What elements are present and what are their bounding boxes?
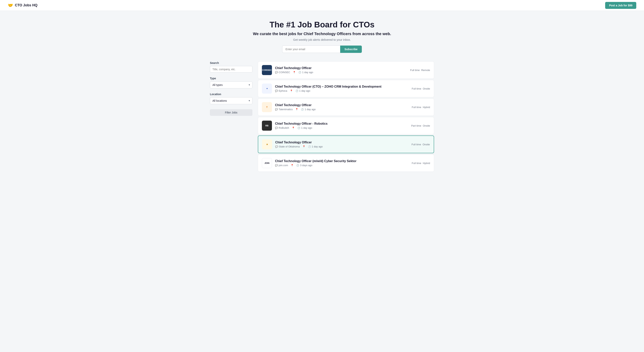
work-mode-badge: Onsite bbox=[422, 143, 430, 146]
job-type-badge: Part time bbox=[411, 124, 421, 127]
job-badges: Full time Onsite bbox=[412, 87, 430, 90]
time-meta: 🕐 1 day ago bbox=[301, 108, 316, 111]
job-meta: 💬 Ephoca 📍 🕐 1 day ago bbox=[275, 89, 408, 92]
email-input[interactable] bbox=[282, 45, 340, 53]
type-select[interactable]: All types Full time Part time Contract I… bbox=[210, 81, 252, 88]
building-icon: 💬 bbox=[275, 145, 278, 148]
job-badges: Full time Hybrid bbox=[412, 162, 430, 165]
job-title: Chief Technology Officer - Robotics bbox=[275, 122, 408, 125]
search-label: Search bbox=[210, 61, 252, 64]
job-type-badge: Full time bbox=[412, 106, 421, 109]
hero-section: The #1 Job Board for CTOs We curate the … bbox=[0, 11, 644, 60]
type-select-wrapper: All types Full time Part time Contract I… bbox=[210, 81, 252, 88]
location-icon: 📍 bbox=[291, 164, 294, 167]
job-card[interactable]: ✦ Chief Technology Officer (CTO) – ZOHO … bbox=[258, 80, 434, 97]
work-mode-badge: Hybrid bbox=[423, 106, 430, 109]
building-icon: 💬 bbox=[275, 71, 278, 74]
work-mode-badge: Remote bbox=[421, 69, 430, 72]
sidebar: Search Type All types Full time Part tim… bbox=[210, 60, 252, 172]
clock-icon: 🕐 bbox=[298, 127, 300, 129]
job-title: Chief Technology Officer (CTO) – ZOHO CR… bbox=[275, 85, 408, 88]
location-meta: 📍 bbox=[302, 145, 306, 148]
job-meta: 💬 COINSEC 📍 🕐 1 day ago bbox=[275, 71, 407, 74]
company-name: 💬 State of Oklahoma bbox=[275, 145, 300, 148]
job-meta: 💬 State of Oklahoma 📍 🕐 1 day ago bbox=[275, 145, 408, 148]
type-section: Type All types Full time Part time Contr… bbox=[210, 77, 252, 88]
job-type-badge: Full time bbox=[412, 162, 421, 165]
location-icon: 📍 bbox=[292, 127, 295, 129]
hero-description: Get weekly job alerts delivered to your … bbox=[4, 38, 640, 41]
job-title: Chief Technology Officer bbox=[275, 103, 408, 107]
job-card[interactable]: RB Chief Technology Officer - Robotics 💬… bbox=[258, 117, 434, 134]
building-icon: 💬 bbox=[275, 164, 278, 167]
company-logo: T bbox=[262, 102, 272, 112]
job-badges: Full time Onsite bbox=[412, 143, 430, 146]
location-meta: 📍 bbox=[295, 108, 298, 111]
building-icon: 💬 bbox=[275, 108, 278, 111]
subscribe-button[interactable]: Subscribe bbox=[340, 45, 362, 53]
company-logo: COINSEC bbox=[262, 65, 272, 75]
location-icon: 📍 bbox=[290, 90, 293, 92]
time-meta: 🕐 1 day ago bbox=[296, 89, 310, 92]
job-meta: 💬 Talentmatics 📍 🕐 1 day ago bbox=[275, 108, 408, 111]
type-label: Type bbox=[210, 77, 252, 80]
job-badges: Part time Onsite bbox=[411, 124, 430, 127]
location-meta: 📍 bbox=[290, 90, 293, 92]
location-section: Location All locations Remote Onsite Hyb… bbox=[210, 93, 252, 104]
subscribe-row: Subscribe bbox=[4, 45, 640, 53]
company-name: 💬 COINSEC bbox=[275, 71, 290, 74]
work-mode-badge: Onsite bbox=[423, 124, 430, 127]
building-icon: 💬 bbox=[275, 90, 278, 92]
navbar: 🤝 CTO Jobs HQ Post a Job for $99 bbox=[0, 0, 644, 11]
job-meta: 💬 RoBuildX 📍 🕐 1 day ago bbox=[275, 126, 408, 129]
job-meta: 💬 join.com 📍 🕐 3 days ago bbox=[275, 164, 408, 167]
clock-icon: 🕐 bbox=[296, 90, 298, 92]
company-logo: ✦ bbox=[262, 84, 272, 94]
location-meta: 📍 bbox=[293, 71, 296, 74]
location-label: Location bbox=[210, 93, 252, 96]
logo-text: CTO Jobs HQ bbox=[15, 3, 38, 7]
work-mode-badge: Hybrid bbox=[423, 162, 430, 165]
company-name: 💬 RoBuildX bbox=[275, 126, 289, 129]
company-name: 💬 join.com bbox=[275, 164, 288, 167]
location-meta: 📍 bbox=[291, 164, 294, 167]
job-badges: Full time Remote bbox=[410, 69, 430, 72]
main-layout: Search Type All types Full time Part tim… bbox=[206, 60, 438, 183]
job-title: Chief Technology Officer bbox=[275, 141, 408, 144]
job-title: Chief Technology Officer bbox=[275, 66, 407, 70]
hero-heading: The #1 Job Board for CTOs bbox=[4, 20, 640, 29]
location-icon: 📍 bbox=[302, 145, 306, 148]
location-select-wrapper: All locations Remote Onsite Hybrid ▼ bbox=[210, 97, 252, 104]
clock-icon: 🕐 bbox=[298, 71, 301, 74]
company-logo: ★ bbox=[262, 139, 272, 149]
job-card[interactable]: COINSEC Chief Technology Officer 💬 COINS… bbox=[258, 61, 434, 79]
post-job-button[interactable]: Post a Job for $99 bbox=[605, 2, 636, 9]
search-section: Search bbox=[210, 61, 252, 73]
logo: 🤝 CTO Jobs HQ bbox=[8, 3, 38, 8]
job-card[interactable]: T Chief Technology Officer 💬 Talentmatic… bbox=[258, 98, 434, 116]
hero-subheading: We curate the best jobs for Chief Techno… bbox=[4, 32, 640, 36]
clock-icon: 🕐 bbox=[308, 145, 311, 148]
company-name: 💬 Ephoca bbox=[275, 89, 287, 92]
location-select[interactable]: All locations Remote Onsite Hybrid bbox=[210, 97, 252, 104]
job-title: Chief Technology Officer (m/w/d) Cyber S… bbox=[275, 160, 408, 163]
job-list: COINSEC Chief Technology Officer 💬 COINS… bbox=[258, 60, 434, 172]
building-icon: 💬 bbox=[275, 127, 278, 129]
time-meta: 🕐 1 day ago bbox=[298, 126, 312, 129]
job-info: Chief Technology Officer 💬 Talentmatics … bbox=[275, 103, 408, 111]
job-info: Chief Technology Officer 💬 COINSEC 📍 🕐 1… bbox=[275, 66, 407, 74]
work-mode-badge: Onsite bbox=[423, 87, 430, 90]
time-meta: 🕐 3 days ago bbox=[296, 164, 312, 167]
job-info: Chief Technology Officer 💬 State of Okla… bbox=[275, 141, 408, 148]
company-logo: JOIN bbox=[262, 158, 272, 168]
job-info: Chief Technology Officer - Robotics 💬 Ro… bbox=[275, 122, 408, 129]
filter-button[interactable]: Filter Jobs bbox=[210, 109, 252, 116]
location-icon: 📍 bbox=[295, 108, 298, 111]
job-card[interactable]: JOIN Chief Technology Officer (m/w/d) Cy… bbox=[258, 154, 434, 172]
search-input[interactable] bbox=[210, 66, 252, 73]
job-type-badge: Full time bbox=[412, 87, 421, 90]
location-icon: 📍 bbox=[293, 71, 296, 74]
job-badges: Full time Hybrid bbox=[412, 106, 430, 109]
job-card[interactable]: ★ Chief Technology Officer 💬 State of Ok… bbox=[258, 136, 434, 153]
location-meta: 📍 bbox=[292, 127, 295, 129]
